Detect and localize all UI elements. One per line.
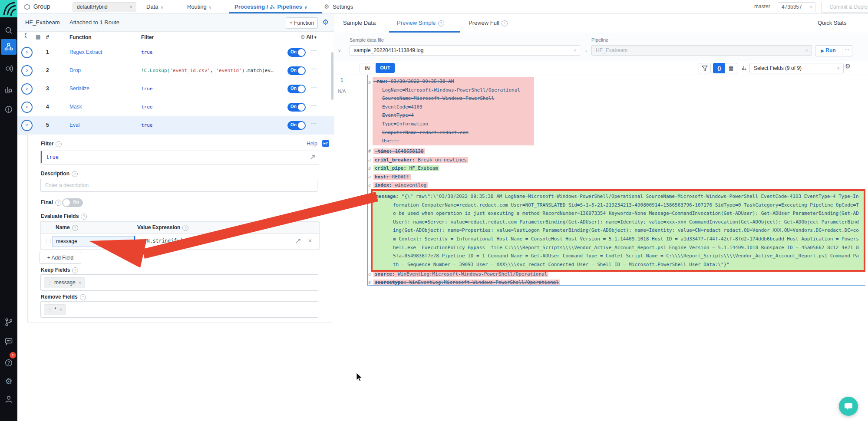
tab-preview-full[interactable]: Preview Full? [469,20,508,26]
expand-chevron-icon[interactable]: › [21,83,33,95]
filter-expression-input[interactable]: true [40,151,319,164]
table-view-toggle[interactable]: ▦ [725,63,737,73]
drag-handle[interactable]: ⋮⋮ [36,86,43,91]
preview-settings-gear-icon[interactable]: ⚙ [845,62,851,70]
sample-file-select[interactable]: sample_20220411-113849.log∨ [350,45,580,56]
settings-gear-icon[interactable]: ⚙ [0,373,17,389]
row-menu-icon[interactable]: ⋯ [311,102,317,109]
function-row[interactable]: ⋮⋮ 3 Serialize true On ⋯ [17,80,334,99]
function-row[interactable]: ⋮⋮ 1 Regex Extract true On ⋯ [17,43,334,62]
git-branch-icon[interactable] [0,314,17,330]
expand-chevron-icon[interactable]: › [21,102,33,113]
field-name-input[interactable]: message [52,236,135,247]
user-icon[interactable] [0,391,17,407]
drag-handle[interactable]: ⋮⋮ [44,238,52,243]
run-menu-icon[interactable]: ⋯ [845,47,849,53]
function-name-link[interactable]: Regex Extract [69,49,102,55]
drag-handle[interactable]: ⋮⋮ [36,104,43,109]
collapse-chevron-icon[interactable]: ∨ [338,48,341,53]
function-name-link[interactable]: Drop [69,67,81,73]
cribl-logo[interactable] [0,0,17,17]
evaluate-fields-header: Name? Value Expression? [41,222,319,234]
drag-handle[interactable]: ⋮⋮ [36,67,43,73]
row-number: 1 [46,49,49,55]
expand-editor-icon[interactable] [310,155,315,161]
tab-sample-data[interactable]: Sample Data [343,20,376,26]
nav-settings[interactable]: ⚙ Settings [324,0,353,13]
chat-icon[interactable] [0,333,17,349]
quick-stats-link[interactable]: Quick Stats [818,20,846,26]
help-link[interactable]: Help [307,141,317,147]
expand-chevron-icon[interactable]: › [21,65,33,76]
attached-route-text[interactable]: Attached to 1 Route [69,19,119,26]
keep-fields-input[interactable]: ⋮message× [40,274,318,291]
group-filter-menu[interactable]: ⊙ All ▾ [300,34,317,40]
expand-chevron-icon[interactable]: › [21,47,33,58]
function-name-link[interactable]: Mask [69,104,82,110]
value-expression-input[interactable]: JSON.stringify(_raw) [134,236,299,246]
scrollbar-thumb[interactable] [331,52,333,100]
on-toggle[interactable]: On [287,66,306,75]
select-fields-dropdown[interactable]: Select Fields (9 of 9)∨ [749,63,844,73]
function-name-link[interactable]: Serialize [69,86,89,92]
keep-field-tag[interactable]: ⋮message× [44,277,85,288]
pipeline-settings-gear-icon[interactable]: ⚙ [322,18,329,27]
columns-icon[interactable]: ▦ [36,34,40,40]
function-name-link[interactable]: Eval [69,122,79,128]
json-view-toggle[interactable]: {} [713,63,726,73]
top-nav: Group defaultHybrid∨ Data∨ Routing∨ Proc… [17,0,868,14]
remove-tag-icon[interactable]: × [79,280,81,285]
on-toggle[interactable]: On [287,48,306,57]
in-tab[interactable]: IN [360,63,375,73]
monitoring-icon[interactable] [0,82,17,97]
host-field-removed: ahost: REDACT [368,173,411,181]
on-toggle[interactable]: On [287,85,306,93]
data-icon[interactable] [0,61,17,76]
nav-routing[interactable]: Routing∨ [187,0,211,13]
on-toggle[interactable]: On [287,121,306,130]
function-row[interactable]: ⋮⋮ 4 Mask true On ⋯ [17,98,334,117]
row-menu-icon[interactable]: ⋯ [311,65,317,72]
out-tab[interactable]: OUT [376,63,395,73]
value-col: Value Expression? [137,224,188,231]
preview-panel: Sample Data Preview Simple? Preview Full… [334,13,868,421]
row-number: 4 [46,104,49,110]
remove-tag-icon[interactable]: × [59,307,62,312]
row-menu-icon[interactable]: ⋯ [311,83,317,90]
expand-editor-icon[interactable] [295,238,301,245]
help-icon[interactable]: ? 1 [0,355,17,371]
run-play-icon: ▶ [821,49,824,53]
drag-handle[interactable]: ⋮⋮ [36,122,43,128]
docs-icon[interactable]: ▸? [322,140,329,147]
search-icon[interactable] [0,23,17,38]
pipeline-select[interactable]: HF_Exabeam∨ [591,45,812,56]
drag-handle[interactable]: ⋮⋮ [36,49,43,55]
run-button[interactable]: ▶ Run ⋯ [815,45,852,56]
remove-field-tag[interactable]: ⋮*× [44,304,66,315]
commit-select[interactable]: 473b357∨ [778,2,815,12]
collapse-chevron-icon[interactable]: › [21,120,33,131]
commit-deploy-button[interactable]: Commit & Deploy [821,2,868,13]
final-toggle[interactable]: No [62,198,83,207]
group-select[interactable]: defaultHybrid∨ [73,2,136,12]
function-row-selected[interactable]: ⋮⋮ 5 Eval true On ⋯ [17,116,334,135]
sidebar-item-processing[interactable] [1,39,17,55]
row-menu-icon[interactable]: ⋯ [311,47,317,54]
chat-bubble-icon[interactable] [839,397,858,416]
chart-view-icon[interactable] [741,64,747,72]
nav-processing-pipelines[interactable]: Processing / Pipelines∨ [234,0,307,13]
function-row[interactable]: ⋮⋮ 2 Drop !C.Lookup('event_id.csv', 'eve… [17,62,334,80]
remove-fields-input[interactable]: ⋮*× [40,301,318,318]
add-field-button[interactable]: + Add Field [40,252,81,264]
filter-funnel-icon[interactable] [699,63,711,73]
description-input[interactable] [40,179,317,192]
tab-preview-simple[interactable]: Preview Simple? [397,20,444,26]
collapse-all-icon[interactable]: ∨∧ [24,32,27,38]
add-function-button[interactable]: + Function [286,17,318,29]
pipeline-panel: HF_Exabeam Attached to 1 Route + Functio… [17,13,335,421]
on-toggle[interactable]: On [287,103,306,112]
notifications-icon[interactable] [0,102,17,117]
row-menu-icon[interactable]: ⋯ [311,120,317,127]
remove-row-icon[interactable]: ✕ [308,238,312,244]
nav-data[interactable]: Data∨ [146,0,163,13]
